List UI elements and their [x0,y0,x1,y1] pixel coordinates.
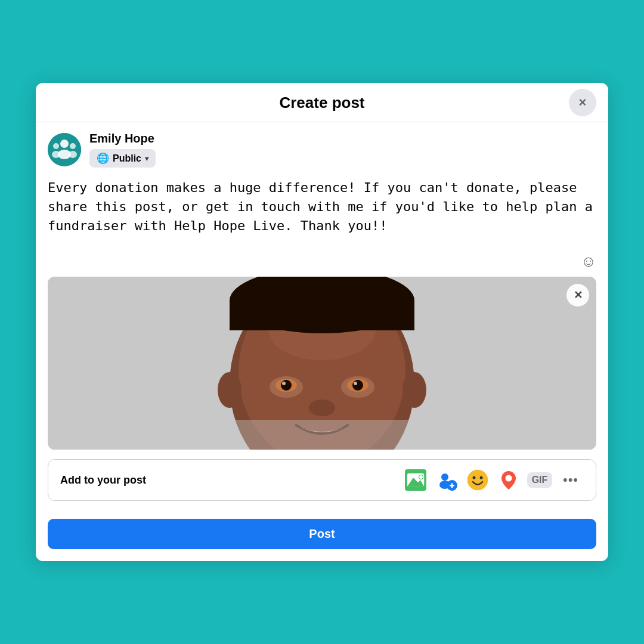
user-info: Emily Hope 🌐 Public ▾ [89,132,156,168]
svg-point-20 [309,400,335,416]
emoji-icon [467,469,488,491]
audience-selector[interactable]: 🌐 Public ▾ [89,149,156,168]
svg-point-39 [480,476,483,479]
avatar [48,133,81,166]
svg-point-3 [53,143,59,149]
svg-point-22 [402,372,426,408]
tag-person-button[interactable] [434,467,460,493]
create-post-modal: Create post × [36,83,608,561]
gif-label: GIF [527,472,553,488]
svg-rect-25 [48,420,596,450]
tag-icon [436,469,457,491]
svg-point-38 [473,476,476,479]
svg-point-5 [70,143,76,149]
post-text-input[interactable]: Every donation makes a huge difference! … [48,176,596,247]
portrait-svg [48,277,596,450]
svg-rect-24 [230,301,414,330]
user-row: Emily Hope 🌐 Public ▾ [48,132,596,168]
emoji-button[interactable]: ☺ [580,252,596,271]
emoji-reaction-button[interactable] [465,467,491,493]
more-icon: ••• [563,472,578,488]
svg-point-31 [419,475,423,479]
more-options-button[interactable]: ••• [558,467,584,493]
svg-point-21 [218,372,242,408]
svg-point-37 [467,470,488,490]
add-to-post-bar: Add to your post [48,459,596,501]
photo-video-button[interactable] [402,467,429,493]
emoji-hint: ☺ [48,252,596,271]
modal-title: Create post [279,94,364,112]
photo-icon [405,469,426,491]
image-remove-button[interactable]: ✕ [566,284,589,306]
location-button[interactable] [496,467,522,493]
post-button[interactable]: Post [48,519,596,549]
gif-button[interactable]: GIF [527,467,553,493]
modal-body: Emily Hope 🌐 Public ▾ Every donation mak… [36,122,608,510]
post-actions: GIF ••• [402,467,584,493]
modal-footer: Post [36,510,608,561]
globe-icon: 🌐 [97,152,109,165]
image-preview-bg [48,277,596,450]
avatar-inner [48,133,81,166]
svg-point-19 [354,382,357,385]
svg-rect-36 [451,483,453,488]
svg-point-17 [352,380,363,391]
add-to-post-label: Add to your post [60,474,146,487]
user-name: Emily Hope [89,132,156,145]
avatar-svg [48,133,81,166]
svg-point-6 [69,151,77,158]
svg-point-40 [506,475,512,482]
audience-label: Public [113,153,141,164]
modal-header: Create post × [36,83,608,122]
close-button[interactable]: × [569,89,596,116]
post-text-section: Every donation makes a huge difference! … [48,176,596,271]
location-icon [498,469,519,491]
svg-point-18 [282,382,286,385]
chevron-down-icon: ▾ [145,154,148,163]
svg-point-4 [52,151,60,158]
svg-point-32 [441,473,448,481]
image-preview-container: ✕ [48,277,596,450]
svg-point-1 [60,140,69,148]
svg-point-16 [281,380,292,391]
